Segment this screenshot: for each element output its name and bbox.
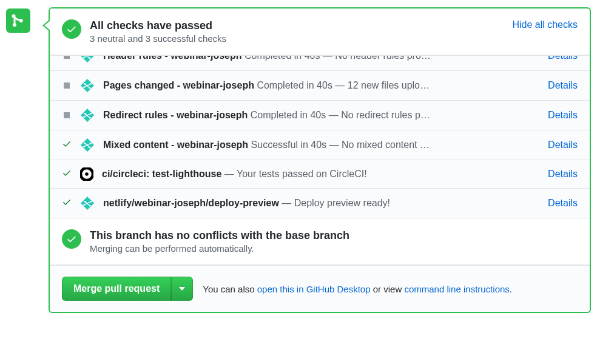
circleci-icon [80,167,93,181]
neutral-status-icon [62,112,72,118]
success-status-icon [62,168,72,180]
svg-point-21 [90,201,92,203]
merge-icon [6,8,30,33]
success-check-icon [62,229,81,249]
svg-point-2 [83,56,85,58]
svg-point-4 [84,83,86,85]
check-row: ci/circleci: test-lighthouse — Your test… [50,160,590,189]
conflicts-title: This branch has no conflicts with the ba… [90,229,349,242]
details-link[interactable]: Details [548,110,578,121]
svg-point-15 [90,143,92,144]
checks-subtitle: 3 neutral and 3 successful checks [90,33,226,44]
details-link[interactable]: Details [548,55,578,61]
merge-hint: You can also open this in GitHub Desktop… [203,284,512,294]
netlify-icon [80,108,95,123]
svg-point-9 [89,117,91,119]
netlify-icon [80,55,95,63]
svg-point-18 [84,201,86,203]
conflicts-subtitle: Merging can be performed automatically. [90,243,349,254]
open-desktop-link[interactable]: open this in GitHub Desktop [257,284,371,294]
check-row: Mixed content - webinar-joseph Successfu… [50,130,590,160]
check-row: netlify/webinar-joseph/deploy-preview — … [50,189,590,218]
conflicts-section: This branch has no conflicts with the ba… [50,218,590,265]
caret-down-icon [179,287,185,291]
details-link[interactable]: Details [548,169,578,180]
details-link[interactable]: Details [548,140,578,150]
merge-status-panel: All checks have passed 3 neutral and 3 s… [49,7,591,313]
svg-point-11 [90,113,92,115]
netlify-icon [80,138,95,152]
svg-point-10 [83,116,85,118]
check-description: Header rules - webinar-joseph Completed … [103,55,539,61]
check-row: Redirect rules - webinar-joseph Complete… [50,101,590,130]
checks-list: Header rules - webinar-joseph Completed … [50,55,590,218]
merge-dropdown-button[interactable] [171,277,193,301]
netlify-icon [80,196,95,211]
check-row: Header rules - webinar-joseph Completed … [50,55,590,71]
svg-point-7 [90,83,92,85]
svg-point-19 [89,205,91,207]
details-link[interactable]: Details [548,80,578,91]
check-row: Pages changed - webinar-joseph Completed… [50,71,590,101]
svg-point-17 [85,172,89,176]
svg-point-20 [83,204,85,206]
check-description: ci/circleci: test-lighthouse — Your test… [102,169,539,180]
svg-point-6 [83,86,85,88]
hide-checks-link[interactable]: Hide all checks [512,19,578,44]
check-description: Mixed content - webinar-joseph Successfu… [103,140,539,150]
svg-point-14 [83,146,85,147]
details-link[interactable]: Details [548,198,578,209]
netlify-icon [80,78,95,93]
neutral-status-icon [62,83,72,89]
checks-summary-section: All checks have passed 3 neutral and 3 s… [50,8,590,55]
svg-point-8 [84,113,86,115]
success-check-icon [62,19,81,39]
merge-bar: Merge pull request You can also open thi… [50,265,590,312]
neutral-status-icon [62,55,72,59]
check-description: Redirect rules - webinar-joseph Complete… [103,110,539,121]
cli-instructions-link[interactable]: command line instructions [404,284,509,294]
success-status-icon [62,197,72,209]
success-status-icon [62,139,72,151]
svg-point-5 [89,87,91,89]
svg-point-1 [89,58,91,59]
checks-title: All checks have passed [90,19,226,32]
check-description: netlify/webinar-joseph/deploy-preview — … [103,198,539,209]
svg-point-13 [89,147,91,149]
check-description: Pages changed - webinar-joseph Completed… [103,80,539,91]
merge-button[interactable]: Merge pull request [62,277,171,301]
svg-point-12 [84,143,86,144]
